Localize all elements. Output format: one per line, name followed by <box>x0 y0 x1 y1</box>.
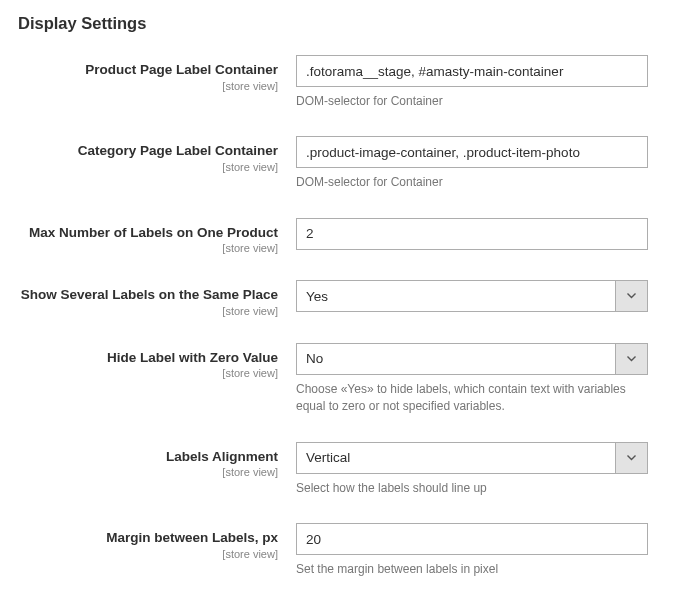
field-label: Category Page Label Container <box>18 142 278 160</box>
scope-label: [store view] <box>18 466 278 478</box>
control-col: Yes <box>296 280 648 312</box>
chevron-down-icon <box>615 344 647 374</box>
control-col: Vertical Select how the labels should li… <box>296 442 648 497</box>
field-same-place: Show Several Labels on the Same Place [s… <box>18 280 667 317</box>
field-note: DOM-selector for Container <box>296 93 648 110</box>
label-col: Hide Label with Zero Value [store view] <box>18 343 296 380</box>
select-value: Vertical <box>297 443 615 473</box>
control-col: DOM-selector for Container <box>296 55 648 110</box>
alignment-select[interactable]: Vertical <box>296 442 648 474</box>
chevron-down-icon <box>615 443 647 473</box>
label-col: Margin between Labels, px [store view] <box>18 523 296 560</box>
label-col: Max Number of Labels on One Product [sto… <box>18 218 296 255</box>
field-margin: Margin between Labels, px [store view] S… <box>18 523 667 578</box>
scope-label: [store view] <box>18 80 278 92</box>
category-page-container-input[interactable] <box>296 136 648 168</box>
control-col: Set the margin between labels in pixel <box>296 523 648 578</box>
control-col: DOM-selector for Container <box>296 136 648 191</box>
label-col: Show Several Labels on the Same Place [s… <box>18 280 296 317</box>
scope-label: [store view] <box>18 367 278 379</box>
field-label: Product Page Label Container <box>18 61 278 79</box>
select-value: No <box>297 344 615 374</box>
scope-label: [store view] <box>18 161 278 173</box>
chevron-down-icon <box>615 281 647 311</box>
scope-label: [store view] <box>18 548 278 560</box>
field-label: Margin between Labels, px <box>18 529 278 547</box>
field-max-labels: Max Number of Labels on One Product [sto… <box>18 218 667 255</box>
control-col <box>296 218 648 250</box>
scope-label: [store view] <box>18 305 278 317</box>
field-product-page-container: Product Page Label Container [store view… <box>18 55 667 110</box>
label-col: Labels Alignment [store view] <box>18 442 296 479</box>
control-col: No Choose «Yes» to hide labels, which co… <box>296 343 648 416</box>
label-col: Category Page Label Container [store vie… <box>18 136 296 173</box>
field-note: DOM-selector for Container <box>296 174 648 191</box>
field-label: Show Several Labels on the Same Place <box>18 286 278 304</box>
field-label: Hide Label with Zero Value <box>18 349 278 367</box>
margin-input[interactable] <box>296 523 648 555</box>
field-alignment: Labels Alignment [store view] Vertical S… <box>18 442 667 497</box>
field-category-page-container: Category Page Label Container [store vie… <box>18 136 667 191</box>
field-note: Set the margin between labels in pixel <box>296 561 648 578</box>
field-hide-zero: Hide Label with Zero Value [store view] … <box>18 343 667 416</box>
label-col: Product Page Label Container [store view… <box>18 55 296 92</box>
scope-label: [store view] <box>18 242 278 254</box>
same-place-select[interactable]: Yes <box>296 280 648 312</box>
field-note: Choose «Yes» to hide labels, which conta… <box>296 381 648 416</box>
hide-zero-select[interactable]: No <box>296 343 648 375</box>
section-title: Display Settings <box>18 14 667 33</box>
field-label: Max Number of Labels on One Product <box>18 224 278 242</box>
field-label: Labels Alignment <box>18 448 278 466</box>
product-page-container-input[interactable] <box>296 55 648 87</box>
max-labels-input[interactable] <box>296 218 648 250</box>
field-note: Select how the labels should line up <box>296 480 648 497</box>
select-value: Yes <box>297 281 615 311</box>
